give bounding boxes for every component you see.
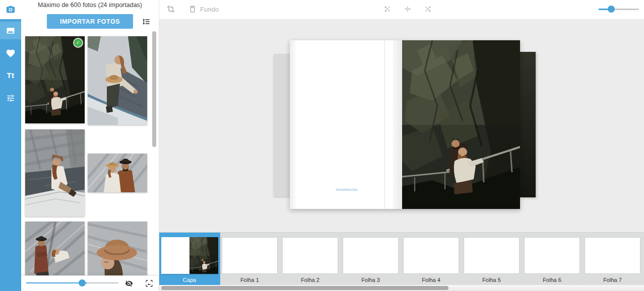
icon-rail: Tt [0, 0, 21, 291]
page-filmstrip: Capa Folha 1 Folha 2 Folha 3 Folha 4 Fol… [159, 232, 644, 285]
photo-panel: Máximo de 600 fotos (24 importadas) IMPO… [21, 0, 159, 291]
filmstrip-page-label: Folha 6 [524, 277, 580, 283]
shuffle-icon [424, 4, 432, 14]
split-horizontal-icon [404, 4, 412, 14]
cover-wrap-flap-left[interactable] [274, 54, 291, 196]
shuffle-pages-button[interactable] [421, 2, 435, 16]
used-check-badge: ✓ [74, 39, 82, 47]
eye-off-icon [125, 278, 133, 289]
filmstrip-page-label: Capa [159, 277, 220, 283]
filmstrip-page-folha-3[interactable]: Folha 3 [343, 233, 399, 285]
photo-thumbnail-1[interactable]: ✓ [25, 36, 85, 123]
filmstrip-page-folha-1[interactable]: Folha 1 [222, 233, 278, 285]
cover-spread: dreambooks [290, 40, 520, 209]
photo-thumbnail-2[interactable] [88, 36, 147, 125]
trash-icon [188, 5, 197, 14]
crop-button[interactable] [164, 2, 178, 16]
filmstrip-page-label: Folha 1 [222, 277, 278, 283]
filmstrip-page-folha-2[interactable]: Folha 2 [282, 233, 338, 285]
editor-toolbar: Fundo [159, 0, 644, 19]
photo-placeholder-button[interactable] [142, 276, 156, 290]
sidebar-item-photos[interactable] [0, 22, 21, 39]
hide-used-photos-button[interactable] [122, 276, 136, 290]
camera-icon [5, 4, 16, 15]
book-cover-spread: dreambooks [274, 40, 536, 209]
photo-5 [25, 222, 85, 276]
swap-diagonal-left-icon [383, 4, 392, 14]
photo-4 [88, 154, 147, 192]
text-icon: Tt [7, 71, 14, 80]
cover-wrap-flap-right[interactable] [520, 52, 536, 197]
capa-preview-photo [189, 237, 218, 274]
photo-thumbnail-4[interactable] [88, 154, 147, 192]
spine-fold-line [384, 40, 385, 209]
sidebar-item-layouts[interactable] [0, 89, 21, 107]
capa-preview [161, 237, 218, 274]
filmstrip-page-label: Folha 4 [403, 277, 459, 283]
sort-photos-button[interactable] [139, 15, 153, 28]
editor-canvas: dreambooks [159, 19, 644, 232]
spine-strip [394, 40, 403, 209]
back-cover-brand-text: dreambooks [290, 188, 404, 191]
front-cover-photo[interactable] [402, 40, 520, 209]
photo-2 [88, 36, 147, 125]
sidebar-item-text[interactable]: Tt [0, 66, 21, 84]
app-logo [0, 0, 21, 19]
photobook-editor: Tt Máximo de 600 fotos (24 importadas) I… [0, 0, 644, 291]
page-preview [403, 237, 459, 274]
filmstrip-page-label: Folha 2 [282, 277, 338, 283]
photo-6 [88, 222, 147, 276]
page-preview [524, 237, 580, 274]
filmstrip-page-folha-7[interactable]: Folha 7 [585, 233, 640, 285]
filmstrip-page-capa[interactable]: Capa [159, 233, 220, 285]
import-photos-button[interactable]: IMPORTAR FOTOS [47, 14, 133, 29]
panel-scrollbar[interactable] [152, 31, 156, 147]
image-icon [6, 26, 16, 36]
photo-1 [25, 36, 85, 123]
background-button[interactable]: Fundo [185, 2, 222, 16]
crop-icon [167, 4, 175, 14]
photo-thumbnail-3[interactable] [25, 129, 85, 216]
filmstrip-page-folha-4[interactable]: Folha 4 [403, 233, 459, 285]
filmstrip-page-folha-5[interactable]: Folha 5 [464, 233, 520, 285]
capa-preview-back [161, 237, 189, 274]
back-cover-page[interactable] [290, 40, 394, 209]
tune-icon [6, 94, 15, 103]
photo-counter: Máximo de 600 fotos (24 importadas) [21, 2, 159, 9]
filmstrip-page-folha-6[interactable]: Folha 6 [524, 233, 580, 285]
swap-pages-left-button[interactable] [380, 2, 395, 16]
page-preview [222, 237, 278, 274]
thumbnail-size-slider-thumb[interactable] [79, 279, 86, 286]
canvas-zoom-slider-thumb[interactable] [608, 6, 615, 13]
photo-thumbnail-6[interactable] [88, 222, 147, 276]
line-spacing-icon [142, 17, 150, 27]
thumbnail-size-slider-fill [26, 282, 87, 283]
image-frame-icon [145, 278, 153, 288]
split-pages-button[interactable] [401, 2, 415, 16]
thumbnail-size-slider-track[interactable] [26, 282, 118, 283]
filmstrip-page-label: Folha 3 [343, 277, 399, 283]
page-preview [343, 237, 399, 274]
sidebar-item-favorites[interactable] [0, 44, 21, 62]
filmstrip-scrollbar-thumb[interactable] [161, 286, 448, 290]
photo-3 [25, 129, 85, 216]
layout-tools [380, 2, 435, 16]
photo-thumbnail-5[interactable] [25, 222, 85, 276]
page-preview [585, 237, 640, 274]
panel-footer [21, 275, 158, 291]
filmstrip-page-label: Folha 5 [464, 277, 520, 283]
cover-photo-image [402, 40, 520, 209]
page-preview [282, 237, 338, 274]
canvas-zoom-slider-track[interactable] [599, 9, 639, 10]
page-preview [464, 237, 520, 274]
heart-icon [6, 48, 16, 58]
filmstrip-scrollbar-track[interactable] [159, 285, 644, 291]
filmstrip-page-label: Folha 7 [585, 277, 640, 283]
background-button-label: Fundo [200, 6, 219, 13]
